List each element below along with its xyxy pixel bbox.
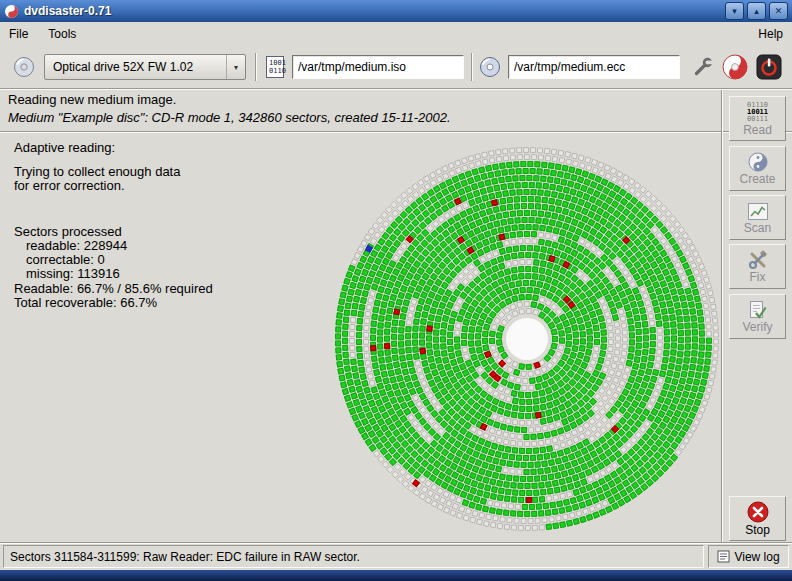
readable-percent: Readable: 66.7% / 85.6% required xyxy=(14,281,213,296)
fix-button[interactable]: Fix xyxy=(729,244,786,289)
total-recoverable: Total recoverable: 66.7% xyxy=(14,295,157,310)
sectors-correctable: correctable: 0 xyxy=(26,252,105,267)
scan-button[interactable]: Scan xyxy=(729,195,786,240)
quit-button[interactable] xyxy=(756,54,782,80)
view-log-icon xyxy=(717,550,730,563)
fix-label: Fix xyxy=(750,271,766,283)
ecc-file-icon xyxy=(479,56,501,78)
app-window: dvdisaster-0.71 ▾ ▴ ✕ File Tools Help Op… xyxy=(0,0,792,581)
maximize-button[interactable]: ▴ xyxy=(747,2,766,20)
power-icon xyxy=(756,54,782,80)
verify-label: Verify xyxy=(742,321,772,333)
view-log-button[interactable]: View log xyxy=(708,545,789,568)
read-label: Read xyxy=(743,124,772,136)
ecc-file-input[interactable] xyxy=(508,55,680,79)
drive-icon xyxy=(13,56,35,78)
iso-file-icon: 1001 0110 xyxy=(263,55,287,79)
create-button[interactable]: Create xyxy=(729,146,786,191)
read-button[interactable]: 01110 10011 00111 Read xyxy=(729,96,786,141)
read-icon: 01110 10011 00111 xyxy=(747,102,768,123)
stop-icon xyxy=(747,501,769,523)
menu-tools[interactable]: Tools xyxy=(48,27,76,41)
close-icon: ✕ xyxy=(775,7,783,16)
adaptive-reading-title: Adaptive reading: xyxy=(14,140,115,155)
drive-select[interactable]: Optical drive 52X FW 1.02 ▾ xyxy=(44,54,246,80)
verify-button[interactable]: Verify xyxy=(729,294,786,339)
minimize-icon: ▾ xyxy=(732,7,737,16)
window-bottom-frame xyxy=(0,570,792,581)
svg-text:0110: 0110 xyxy=(269,67,286,75)
stop-label: Stop xyxy=(745,524,770,536)
statusbar-message: Sectors 311584-311599: Raw Reader: EDC f… xyxy=(3,545,704,568)
adaptive-reading-desc-2: for error correction. xyxy=(14,178,125,193)
menubar: File Tools Help xyxy=(0,22,792,46)
create-icon xyxy=(748,152,768,172)
scan-icon xyxy=(747,202,769,221)
close-button[interactable]: ✕ xyxy=(769,2,788,20)
stop-button[interactable]: Stop xyxy=(729,496,786,541)
status-line-2: Medium "Example disc": CD-R mode 1, 3428… xyxy=(8,110,451,125)
verify-icon xyxy=(748,300,768,320)
create-label: Create xyxy=(739,173,775,185)
app-icon xyxy=(4,4,19,19)
scan-label: Scan xyxy=(744,222,771,234)
fix-icon xyxy=(748,250,768,270)
adaptive-reading-desc-1: Trying to collect enough data xyxy=(14,164,180,179)
drive-select-value: Optical drive 52X FW 1.02 xyxy=(53,60,226,74)
maximize-icon: ▴ xyxy=(754,7,759,16)
chevron-down-icon: ▾ xyxy=(226,55,245,79)
image-file-input[interactable] xyxy=(292,55,464,79)
wrench-icon xyxy=(692,56,714,78)
window-title: dvdisaster-0.71 xyxy=(24,4,722,18)
sectors-readable: readable: 228944 xyxy=(26,238,127,253)
dvdisaster-logo-button[interactable] xyxy=(722,54,748,80)
preferences-button[interactable] xyxy=(692,56,714,78)
dvdisaster-logo-icon xyxy=(722,54,748,80)
titlebar[interactable]: dvdisaster-0.71 ▾ ▴ ✕ xyxy=(0,0,792,22)
svg-text:1001: 1001 xyxy=(269,59,286,67)
menu-help[interactable]: Help xyxy=(758,27,783,41)
sectors-processed-title: Sectors processed xyxy=(14,224,122,239)
status-line-1: Reading new medium image. xyxy=(8,92,176,107)
sectors-missing: missing: 113916 xyxy=(26,266,120,281)
minimize-button[interactable]: ▾ xyxy=(725,2,744,20)
view-log-label: View log xyxy=(734,550,779,564)
disc-canvas xyxy=(327,139,727,539)
toolbar: Optical drive 52X FW 1.02 ▾ 1001 0110 xyxy=(0,46,792,88)
menu-file[interactable]: File xyxy=(9,27,28,41)
